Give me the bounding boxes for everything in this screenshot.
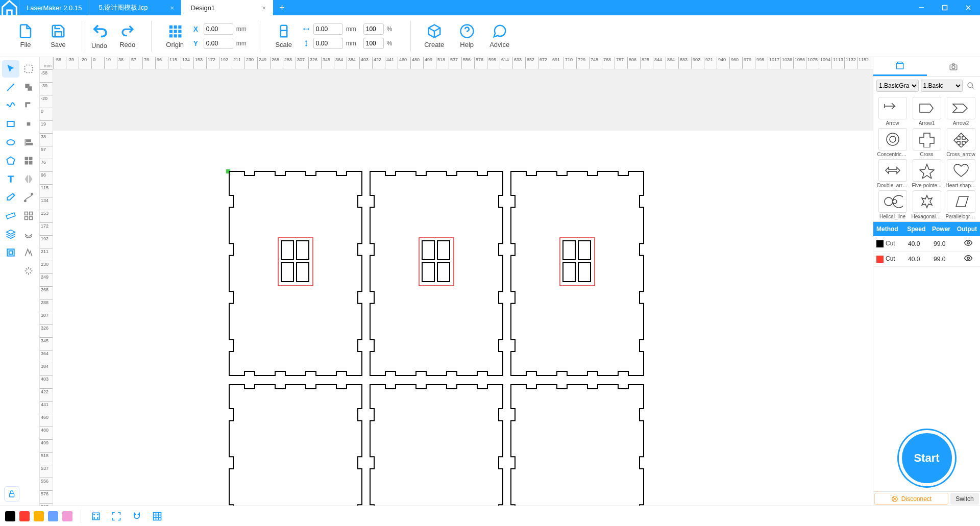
marquee-tool[interactable] (20, 60, 38, 78)
divider (82, 21, 82, 52)
color-swatch[interactable] (19, 511, 30, 521)
save-button[interactable]: Save (44, 18, 72, 54)
maximize-button[interactable] (933, 0, 957, 15)
advice-button[interactable]: Advice (485, 18, 514, 54)
line-tool[interactable] (2, 79, 19, 96)
zoom-fit-button[interactable] (110, 510, 123, 523)
origin-button[interactable]: Origin (161, 18, 189, 54)
union-tool[interactable] (20, 79, 38, 96)
ellipse-tool[interactable] (2, 134, 19, 151)
advice-label: Advice (489, 41, 509, 48)
shape-item[interactable]: Hexagonal_... (911, 190, 943, 219)
color-swatch[interactable] (34, 511, 44, 521)
text-tool[interactable] (2, 170, 19, 188)
eye-icon[interactable] (964, 238, 973, 247)
shape-item[interactable]: Helical_line (876, 190, 909, 219)
disconnect-button[interactable]: Disconnect (874, 493, 948, 505)
subtract-tool[interactable] (20, 97, 38, 114)
shape-category-1[interactable]: 1.BasicGra (876, 80, 919, 92)
close-icon[interactable]: × (168, 4, 176, 12)
shape-item[interactable]: Arrow1 (911, 97, 943, 126)
shapes-tab[interactable] (873, 57, 927, 76)
array-tool[interactable] (20, 207, 38, 224)
lock-button[interactable] (4, 486, 19, 502)
close-button[interactable] (957, 0, 980, 15)
eye-icon[interactable] (964, 254, 973, 263)
color-swatch[interactable] (62, 511, 72, 521)
shape-thumb (913, 190, 941, 213)
new-tab-button[interactable]: + (273, 0, 290, 15)
width-icon (302, 26, 310, 33)
rect-icon (6, 119, 16, 129)
svg-rect-1 (943, 6, 947, 10)
align-tool[interactable] (20, 134, 38, 151)
grid-button[interactable] (151, 510, 164, 523)
shape-thumb (947, 128, 975, 151)
file-button[interactable]: File (11, 18, 40, 54)
color-swatch[interactable] (5, 511, 15, 521)
tab-file-1[interactable]: 5.设计图模板.lcp × (89, 0, 181, 15)
crop-tool[interactable] (2, 244, 19, 261)
laser-tool[interactable] (20, 262, 38, 280)
path-tool[interactable] (20, 189, 38, 206)
start-label: Start (914, 452, 939, 465)
shape-search-button[interactable] (965, 80, 977, 92)
snap-button[interactable] (130, 510, 143, 523)
shape-item[interactable]: Five-pointe... (911, 159, 943, 188)
layer-row[interactable]: Cut40.099.0 (873, 252, 980, 267)
camera-tab[interactable] (927, 57, 981, 76)
engrave-tool[interactable] (20, 244, 38, 261)
home-button[interactable] (0, 0, 19, 15)
layers-tool[interactable] (2, 226, 19, 243)
measure-tool[interactable] (2, 207, 19, 224)
y-input[interactable] (204, 38, 233, 49)
svg-point-70 (94, 517, 95, 518)
x-input[interactable] (204, 23, 233, 35)
height-pct-input[interactable] (363, 38, 384, 49)
shape-item[interactable]: Heart-shaped (945, 159, 977, 188)
curve-tool[interactable] (2, 97, 19, 114)
mirror-tool[interactable] (20, 170, 38, 188)
minimize-button[interactable] (910, 0, 933, 15)
scale-button[interactable]: Scale (270, 18, 298, 54)
shapes-tab-icon (894, 61, 905, 70)
shape-item[interactable]: Arrow (876, 97, 909, 126)
color-swatch[interactable] (48, 511, 58, 521)
grid-tool[interactable] (20, 152, 38, 169)
marquee-icon (23, 64, 34, 74)
redo-button[interactable]: Redo (113, 18, 142, 54)
tab-file-2[interactable]: Design1 × (181, 0, 273, 15)
shape-item[interactable]: Cross (911, 128, 943, 157)
rect-tool[interactable] (2, 115, 19, 133)
switch-button[interactable]: Switch (950, 493, 979, 505)
shape-item[interactable]: Cross_arrow (945, 128, 977, 157)
canvas[interactable] (53, 69, 873, 506)
close-icon[interactable]: × (260, 4, 267, 12)
svg-rect-27 (29, 161, 33, 165)
shape-item[interactable]: Arrow2 (945, 97, 977, 126)
polygon-tool[interactable] (2, 152, 19, 169)
select-tool[interactable] (2, 60, 19, 78)
help-button[interactable]: Help (453, 18, 481, 54)
create-button[interactable]: Create (420, 18, 449, 54)
layer-row[interactable]: Cut40.099.0 (873, 236, 980, 252)
outline-tool[interactable] (20, 226, 38, 243)
fit-button[interactable] (89, 510, 103, 523)
shape-item[interactable]: Double_arrow (876, 159, 909, 188)
ruler-vertical[interactable]: -58-39-200193857769611513415317219221123… (40, 69, 53, 506)
width-pct-input[interactable] (363, 23, 384, 35)
shape-category-2[interactable]: 1.Basic (921, 80, 963, 92)
height-icon (302, 40, 310, 47)
width-input[interactable] (313, 23, 343, 35)
ruler-horizontal[interactable]: -58-39-200193857769611513415317219221123… (53, 57, 873, 69)
svg-rect-42 (297, 241, 309, 260)
eraser-tool[interactable] (2, 189, 19, 206)
shape-item[interactable]: Parallelogram (945, 190, 977, 219)
height-input[interactable] (313, 38, 343, 49)
ellipse-icon (6, 137, 16, 147)
shape-name: Arrow1 (919, 120, 935, 126)
start-button[interactable]: Start (899, 430, 955, 486)
magnet-icon (132, 511, 142, 521)
shape-item[interactable]: Concentric_... (876, 128, 909, 157)
intersect-tool[interactable] (20, 115, 38, 133)
